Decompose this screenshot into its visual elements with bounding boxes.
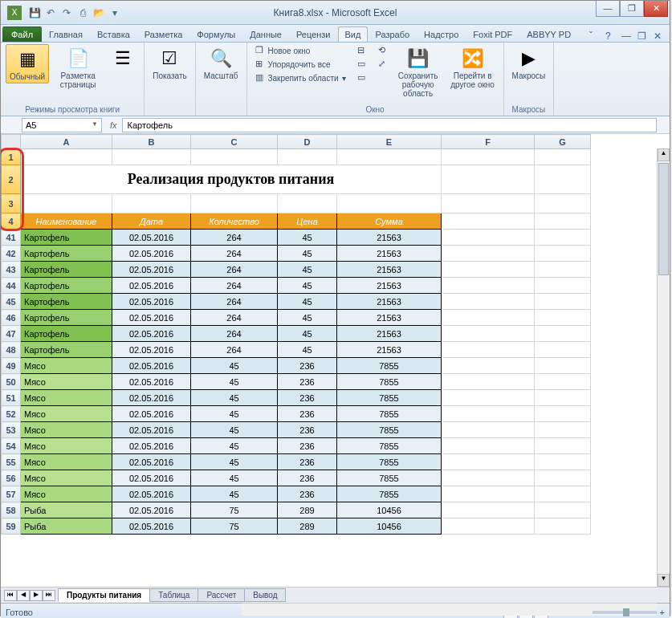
cell-name[interactable]: Картофель (21, 246, 112, 262)
row-head-55[interactable]: 55 (2, 454, 21, 470)
page-layout-button[interactable]: 📄 Разметка страницы (52, 44, 104, 91)
empty-cell[interactable] (21, 194, 112, 213)
cell-name[interactable]: Мясо (21, 438, 112, 454)
table-header[interactable]: Наименование (21, 213, 112, 230)
save-workspace-button[interactable]: 💾 Сохранить рабочую область (393, 44, 444, 100)
help-icon[interactable]: ? (605, 30, 617, 42)
cell-date[interactable]: 02.05.2016 (112, 470, 191, 486)
sheet-tab[interactable]: Рассчет (198, 588, 245, 602)
cell-date[interactable]: 02.05.2016 (112, 310, 191, 326)
row-head-59[interactable]: 59 (2, 518, 21, 535)
cell-price[interactable]: 236 (278, 470, 337, 486)
unhide-button[interactable]: ▭ (354, 71, 369, 84)
reset-pos-button[interactable]: ⤢ (375, 58, 389, 71)
cell-sum[interactable]: 7855 (337, 454, 442, 470)
cell-qty[interactable]: 45 (191, 390, 278, 406)
empty-cell[interactable] (278, 194, 337, 213)
row-head-41[interactable]: 41 (2, 230, 21, 246)
cell-name[interactable]: Картофель (21, 326, 112, 342)
cell-name[interactable]: Мясо (21, 470, 112, 486)
select-all-corner[interactable] (2, 135, 21, 149)
cell-qty[interactable]: 264 (191, 342, 278, 358)
cell-qty[interactable]: 45 (191, 454, 278, 470)
row-head-48[interactable]: 48 (2, 342, 21, 358)
switch-windows-button[interactable]: 🔀 Перейти в другое окно (447, 44, 499, 91)
cell-qty[interactable]: 264 (191, 294, 278, 310)
col-head-E[interactable]: E (337, 135, 442, 149)
cell-sum[interactable]: 21563 (337, 262, 442, 278)
doc-minimize-icon[interactable]: — (621, 30, 633, 42)
cell-date[interactable]: 02.05.2016 (112, 502, 191, 518)
col-head-A[interactable]: A (21, 135, 112, 149)
empty-cell[interactable] (191, 194, 278, 213)
name-box[interactable]: A5 ▼ (22, 118, 102, 132)
cell-qty[interactable]: 264 (191, 230, 278, 246)
cell-sum[interactable]: 7855 (337, 470, 442, 486)
cell-qty[interactable]: 45 (191, 470, 278, 486)
cell-qty[interactable]: 45 (191, 486, 278, 502)
sheet-nav-last[interactable]: ⏭ (43, 590, 55, 601)
normal-view-button[interactable]: ▦ Обычный (6, 44, 49, 83)
cell-name[interactable]: Картофель (21, 310, 112, 326)
cell-price[interactable]: 45 (278, 262, 337, 278)
cell-name[interactable]: Мясо (21, 406, 112, 422)
sheet-nav-first[interactable]: ⏮ (4, 590, 17, 601)
scroll-down-button[interactable]: ▼ (658, 574, 670, 587)
cell-price[interactable]: 45 (278, 326, 337, 342)
cell-date[interactable]: 02.05.2016 (112, 262, 191, 278)
sheet-nav-prev[interactable]: ◀ (17, 590, 30, 601)
zoom-slider[interactable] (593, 611, 657, 614)
cell-sum[interactable]: 21563 (337, 342, 442, 358)
tab-данные[interactable]: Данные (242, 26, 289, 42)
sheet-tab-active[interactable]: Продукты питания (58, 588, 150, 602)
minimize-ribbon-icon[interactable]: ˇ (589, 30, 601, 42)
cell-price[interactable]: 45 (278, 294, 337, 310)
cell-sum[interactable]: 7855 (337, 406, 442, 422)
cell-sum[interactable]: 21563 (337, 278, 442, 294)
cell-date[interactable]: 02.05.2016 (112, 438, 191, 454)
row-head-50[interactable]: 50 (2, 374, 21, 390)
tab-вид[interactable]: Вид (338, 26, 369, 42)
row-head-45[interactable]: 45 (2, 294, 21, 310)
doc-close-icon[interactable]: ✕ (654, 30, 665, 42)
empty-cell[interactable] (21, 149, 112, 165)
cell-qty[interactable]: 75 (191, 518, 278, 535)
print-icon[interactable]: ⎙ (76, 6, 89, 19)
col-head-D[interactable]: D (278, 135, 337, 149)
cell-qty[interactable]: 45 (191, 422, 278, 438)
tab-file[interactable]: Файл (2, 26, 42, 42)
cell-sum[interactable]: 21563 (337, 310, 442, 326)
name-box-dropdown-icon[interactable]: ▼ (92, 120, 98, 130)
cell-price[interactable]: 289 (278, 518, 337, 535)
empty-cell[interactable] (535, 194, 591, 213)
cell-name[interactable]: Мясо (21, 422, 112, 438)
cell-sum[interactable]: 10456 (337, 502, 442, 518)
cell-qty[interactable]: 75 (191, 502, 278, 518)
cell-price[interactable]: 236 (278, 374, 337, 390)
title-cell[interactable]: Реализация продуктов питания (21, 165, 442, 194)
cell-qty[interactable]: 45 (191, 374, 278, 390)
table-header[interactable]: Количество (191, 213, 278, 230)
cell-sum[interactable]: 21563 (337, 294, 442, 310)
cell-date[interactable]: 02.05.2016 (112, 422, 191, 438)
maximize-button[interactable]: ❐ (620, 1, 644, 17)
col-head-G[interactable]: G (535, 135, 591, 149)
tab-рецензи[interactable]: Рецензи (289, 26, 338, 42)
empty-cell[interactable] (442, 194, 535, 213)
cell-price[interactable]: 45 (278, 310, 337, 326)
cell-sum[interactable]: 21563 (337, 326, 442, 342)
cell-qty[interactable]: 45 (191, 358, 278, 374)
cell-sum[interactable]: 7855 (337, 390, 442, 406)
col-head-C[interactable]: C (191, 135, 278, 149)
cell-name[interactable]: Мясо (21, 374, 112, 390)
col-head-F[interactable]: F (442, 135, 535, 149)
cell-name[interactable]: Мясо (21, 358, 112, 374)
row-head-42[interactable]: 42 (2, 246, 21, 262)
cell-price[interactable]: 45 (278, 246, 337, 262)
cell-name[interactable]: Мясо (21, 390, 112, 406)
cell-date[interactable]: 02.05.2016 (112, 246, 191, 262)
qat-dropdown-icon[interactable]: ▾ (108, 6, 121, 19)
cell-name[interactable]: Картофель (21, 294, 112, 310)
tab-формулы[interactable]: Формулы (189, 26, 242, 42)
cell-qty[interactable]: 264 (191, 246, 278, 262)
